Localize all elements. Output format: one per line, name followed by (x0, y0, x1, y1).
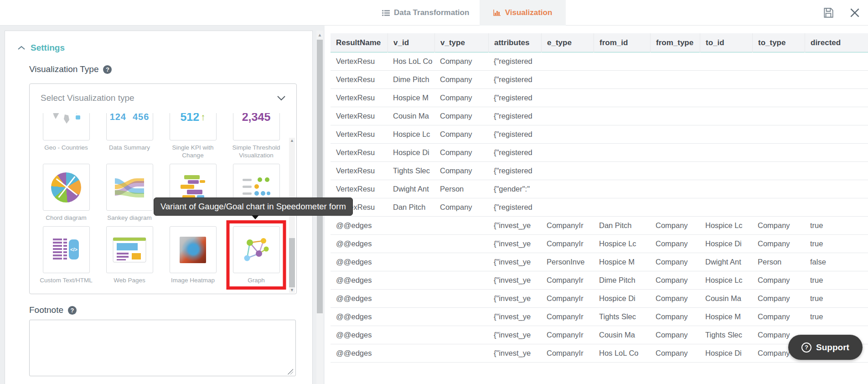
table-cell (650, 198, 700, 217)
tab-data-transformation[interactable]: Data Transformation (377, 0, 474, 26)
viz-tile-data-summary[interactable]: 124 456 Data Summary (100, 113, 159, 159)
viz-tile-single-kpi-with-change[interactable]: 512 ↑ Single KPI with Change (164, 113, 222, 159)
settings-title: Settings (31, 43, 65, 53)
close-icon[interactable] (848, 6, 862, 20)
visualization-type-select[interactable]: Select Visualization type (30, 84, 296, 112)
table-cell: {"registered (488, 89, 541, 107)
table-row: VertexResuCousin MaCompany{"registered (331, 107, 868, 125)
viz-tile-geo-countries[interactable]: Geo - Countries (37, 113, 95, 159)
footnote-input[interactable] (29, 320, 296, 376)
scrollbar-thumb[interactable] (317, 40, 323, 313)
table-cell (805, 125, 863, 144)
table-cell: Company (434, 71, 488, 89)
table-cell: Hospice M (388, 89, 434, 107)
scrollbar-thumb[interactable] (289, 238, 295, 287)
top-tab-bar: Data Transformation Visualization (0, 0, 868, 26)
table-cell (434, 271, 488, 290)
table-cell: @@edges (331, 235, 388, 253)
table-cell: Dan Pitch (594, 217, 650, 235)
column-header-from_id: from_id (594, 33, 650, 52)
table-cell: Company (752, 290, 805, 308)
table-cell: Hospice Lc (700, 271, 752, 290)
table-cell (541, 144, 594, 162)
result-preview-table: ResultNamev_idv_typeattributese_typefrom… (331, 33, 868, 363)
settings-section-header[interactable]: Settings (18, 43, 65, 53)
table-cell (700, 162, 752, 180)
footnote-label-row: Footnote ? (29, 305, 77, 315)
tooltip-arrow (252, 215, 259, 219)
table-cell: CompanyIr (541, 235, 594, 253)
table-cell: Company (650, 253, 700, 271)
support-button[interactable]: ? Support (788, 335, 863, 360)
table-cell (650, 162, 700, 180)
table-cell: true (805, 235, 863, 253)
table-cell: Cousin Ma (388, 107, 434, 125)
scroll-down-arrow-icon[interactable]: ▼ (289, 287, 295, 293)
viz-tile-sankey-diagram[interactable]: Sankey diagram (100, 164, 159, 222)
table-row: @@edges{"invest_yeCompanyIrDime PitchCom… (331, 271, 868, 290)
table-cell: Company (650, 217, 700, 235)
table-cell: Company (434, 162, 488, 180)
table-cell (594, 71, 650, 89)
table-cell (752, 162, 805, 180)
table-cell: Company (752, 235, 805, 253)
chord-diagram-icon (43, 164, 90, 211)
tab-label: Data Transformation (394, 8, 469, 17)
viz-tile-custom-text-html[interactable]: </> Custom Text/HTML (37, 226, 95, 284)
table-cell: @@edges (331, 217, 388, 235)
single-kpi-icon: 512 ↑ (170, 113, 217, 140)
table-cell (650, 89, 700, 107)
table-cell: @@edges (331, 271, 388, 290)
table-cell (752, 107, 805, 125)
column-header-directed: directed (805, 33, 863, 52)
tile-tooltip: Variant of Gauge/Goal chart in Speedomet… (154, 197, 353, 216)
table-cell: Dime Pitch (388, 71, 434, 89)
scroll-up-arrow-icon[interactable]: ▲ (316, 31, 323, 38)
viz-tile-web-pages[interactable]: Web Pages (100, 226, 159, 284)
table-cell (752, 144, 805, 162)
help-icon[interactable]: ? (68, 306, 77, 315)
table-cell (700, 107, 752, 125)
viz-tile-simple-threshold[interactable]: 2,345 Simple Threshold Visualization (227, 113, 285, 159)
table-cell: @@edges (331, 253, 388, 271)
viz-tile-image-heatmap[interactable]: Image Heatmap (164, 226, 222, 284)
tile-label: Single KPI with Change (164, 144, 222, 159)
table-cell: Company (752, 271, 805, 290)
table-cell (805, 107, 863, 125)
table-cell (388, 217, 434, 235)
table-cell: Dwight Ant (388, 180, 434, 198)
table-cell: Hospice Di (388, 144, 434, 162)
table-cell (752, 89, 805, 107)
viz-tile-chord-diagram[interactable]: Chord diagram (37, 164, 95, 222)
table-cell: false (805, 253, 863, 271)
table-cell (434, 253, 488, 271)
table-cell: @@edges (331, 308, 388, 326)
table-cell (650, 144, 700, 162)
table-row: VertexResuHospice DiCompany{"registered (331, 144, 868, 162)
table-row: VertexResuDwight AntPerson{"gender":" (331, 180, 868, 198)
scroll-up-arrow-icon[interactable]: ▲ (289, 138, 295, 143)
sankey-diagram-icon (106, 164, 153, 211)
table-cell: VertexResu (331, 107, 388, 125)
table-cell (594, 180, 650, 198)
table-cell (594, 162, 650, 180)
table-cell: PersonInve (541, 253, 594, 271)
image-heatmap-icon (170, 226, 217, 273)
table-cell (594, 125, 650, 144)
table-cell (805, 71, 863, 89)
table-cell (594, 89, 650, 107)
save-icon[interactable] (822, 6, 835, 20)
column-header-to_type: to_type (752, 33, 805, 52)
table-cell: Hospice Di (594, 290, 650, 308)
chevron-up-icon (18, 46, 25, 50)
preview-number: 124 (110, 113, 126, 122)
bar-chart-icon (493, 9, 501, 16)
viz-tile-graph[interactable]: Graph (227, 226, 285, 284)
help-icon[interactable]: ? (103, 65, 112, 74)
table-cell (541, 180, 594, 198)
table-cell: Tights Slec (388, 162, 434, 180)
table-cell: Company (752, 217, 805, 235)
visualization-type-label: Visualization Type (29, 64, 98, 74)
tile-label: Simple Threshold Visualization (227, 144, 285, 159)
tab-visualization[interactable]: Visualization (480, 0, 566, 26)
